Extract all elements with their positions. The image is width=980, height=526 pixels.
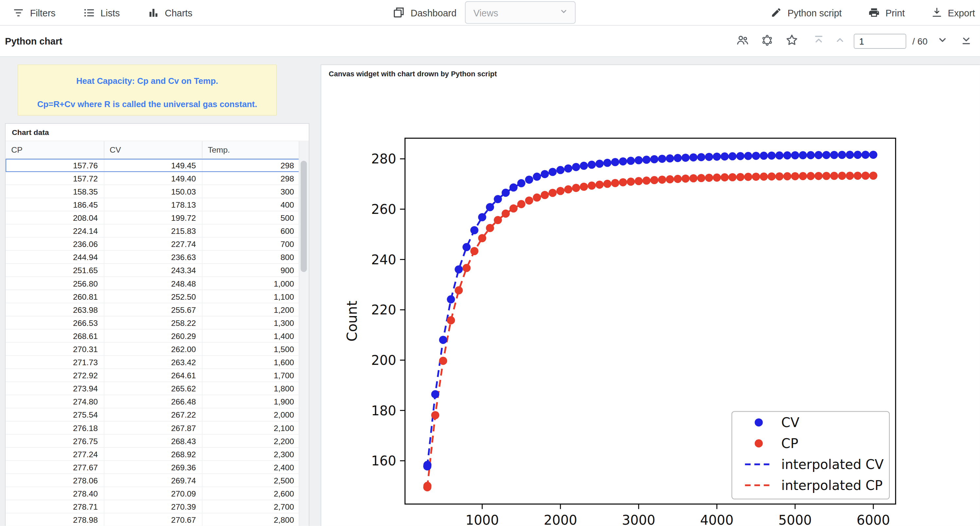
table-row[interactable]: 157.76 149.45 298 [6, 158, 300, 172]
cell-cv: 267.22 [104, 408, 202, 421]
table-row[interactable]: 277.24 268.92 2,300 [6, 447, 300, 461]
cell-cv: 178.13 [104, 198, 202, 211]
cell-temp: 2,400 [202, 461, 300, 473]
table-row[interactable]: 208.04 199.72 500 [6, 211, 300, 224]
list-icon [83, 6, 95, 18]
chart-data-panel-title: Chart data [6, 124, 309, 141]
cell-cv: 264.61 [104, 369, 202, 382]
filters-button[interactable]: Filters [13, 6, 55, 18]
cell-cp: 158.35 [6, 185, 104, 198]
table-row[interactable]: 268.61 260.29 1,400 [6, 329, 300, 342]
table-row[interactable]: 275.54 267.22 2,000 [6, 408, 300, 421]
table-row[interactable]: 272.92 264.61 1,700 [6, 369, 300, 382]
table-row[interactable]: 278.98 270.67 2,800 [6, 513, 300, 526]
table-scrollbar[interactable] [299, 141, 309, 526]
table-row[interactable]: 251.65 243.34 900 [6, 264, 300, 277]
cell-cv: 227.74 [104, 237, 202, 250]
table-row[interactable]: 236.06 227.74 700 [6, 237, 300, 250]
cell-cv: 269.74 [104, 473, 202, 487]
dashboard-icon [393, 6, 405, 19]
share-users-button[interactable] [735, 33, 749, 49]
column-header-cp[interactable]: CP [6, 142, 104, 159]
x-tick-label: 1000 [465, 513, 499, 526]
table-row[interactable]: 270.31 262.00 1,500 [6, 342, 300, 355]
cell-cp: 236.06 [6, 237, 104, 250]
note-line-1: Heat Capacity: Cp and Cv on Temp. [76, 77, 218, 86]
x-axis-ticks: 100020003000400050006000 [465, 504, 890, 526]
table-row[interactable]: 274.80 266.48 1,900 [6, 395, 300, 408]
cell-temp: 2,000 [202, 408, 300, 421]
previous-page-button[interactable] [834, 34, 846, 48]
cell-cp: 266.53 [6, 316, 104, 329]
cell-cp: 186.45 [6, 198, 104, 211]
table-row[interactable]: 263.98 255.67 1,200 [6, 303, 300, 316]
dashboard-label: Dashboard [410, 7, 456, 18]
table-row[interactable]: 271.73 263.42 1,600 [6, 355, 300, 368]
table-row[interactable]: 158.35 150.03 300 [6, 185, 300, 198]
lists-button[interactable]: Lists [83, 6, 120, 18]
cell-cp: 278.71 [6, 500, 104, 513]
table-row[interactable]: 256.80 248.48 1,000 [6, 277, 300, 290]
table-row[interactable]: 278.71 270.39 2,700 [6, 500, 300, 513]
app-window: Filters Lists Charts Dashboard [0, 0, 980, 526]
python-script-label: Python script [788, 7, 842, 18]
cell-cv: 236.63 [104, 250, 202, 264]
python-chart-canvas: 1601802002202402602801000200030004000500… [321, 81, 980, 526]
column-header-temp[interactable]: Temp. [202, 142, 300, 159]
cell-cv: 150.03 [104, 185, 202, 198]
next-page-button[interactable] [936, 34, 948, 48]
cell-cp: 278.40 [6, 487, 104, 500]
table-row[interactable]: 186.45 178.13 400 [6, 198, 300, 211]
cell-temp: 600 [202, 224, 300, 237]
dashboard-button[interactable]: Dashboard [393, 6, 457, 19]
python-script-button[interactable]: Python script [770, 7, 842, 18]
charts-label: Charts [165, 7, 192, 18]
table-row[interactable]: 224.14 215.83 600 [6, 224, 300, 237]
data-lab-button[interactable] [760, 33, 773, 48]
canvas-widget-title: Canvas widget with chart drown by Python… [321, 65, 980, 80]
cell-temp: 1,400 [202, 329, 300, 342]
charts-button[interactable]: Charts [147, 6, 192, 18]
table-row[interactable]: 157.72 149.40 298 [6, 172, 300, 185]
table-row[interactable]: 276.75 268.43 2,200 [6, 434, 300, 447]
cell-cv: 265.62 [104, 382, 202, 395]
views-select[interactable]: Views [465, 1, 576, 24]
print-button[interactable]: Print [868, 6, 905, 18]
go-first-page-button[interactable] [812, 34, 825, 48]
table-row[interactable]: 277.67 269.36 2,400 [6, 461, 300, 473]
cell-cv: 268.43 [104, 434, 202, 447]
chart-data-panel: Chart data CP CV Temp. 157.76 149.45 [5, 123, 309, 526]
cell-cv: 266.48 [104, 395, 202, 408]
x-tick-label: 3000 [622, 513, 655, 526]
cell-temp: 298 [202, 172, 300, 185]
cell-cp: 251.65 [6, 264, 104, 277]
cell-temp: 1,800 [202, 382, 300, 395]
cell-temp: 1,200 [202, 303, 300, 316]
go-last-page-button[interactable] [960, 34, 972, 48]
x-tick-label: 6000 [857, 513, 890, 526]
page-number-input[interactable] [854, 33, 906, 48]
table-scrollbar-thumb[interactable] [301, 161, 307, 272]
table-row[interactable]: 276.18 267.87 2,100 [6, 421, 300, 434]
cell-cv: 248.48 [104, 277, 202, 290]
cell-cp: 244.94 [6, 250, 104, 264]
cell-temp: 2,100 [202, 421, 300, 434]
collapse-top-icon [812, 34, 825, 48]
table-row[interactable]: 244.94 236.63 800 [6, 250, 300, 264]
table-row[interactable]: 260.81 252.50 1,100 [6, 290, 300, 303]
cell-cv: 270.39 [104, 500, 202, 513]
table-row[interactable]: 266.53 258.22 1,300 [6, 316, 300, 329]
cell-cv: 255.67 [104, 303, 202, 316]
cell-cv: 263.42 [104, 355, 202, 368]
table-row[interactable]: 278.06 269.74 2,500 [6, 473, 300, 487]
cell-cp: 272.92 [6, 369, 104, 382]
table-row[interactable]: 278.40 270.09 2,600 [6, 487, 300, 500]
y-axis-label: Count [344, 301, 360, 342]
cell-cp: 274.80 [6, 395, 104, 408]
export-button[interactable]: Export [931, 7, 975, 18]
table-row[interactable]: 273.94 265.62 1,800 [6, 382, 300, 395]
cell-cv: 268.92 [104, 447, 202, 461]
column-header-cv[interactable]: CV [104, 142, 202, 159]
favorite-button[interactable] [785, 33, 799, 49]
cell-cp: 263.98 [6, 303, 104, 316]
